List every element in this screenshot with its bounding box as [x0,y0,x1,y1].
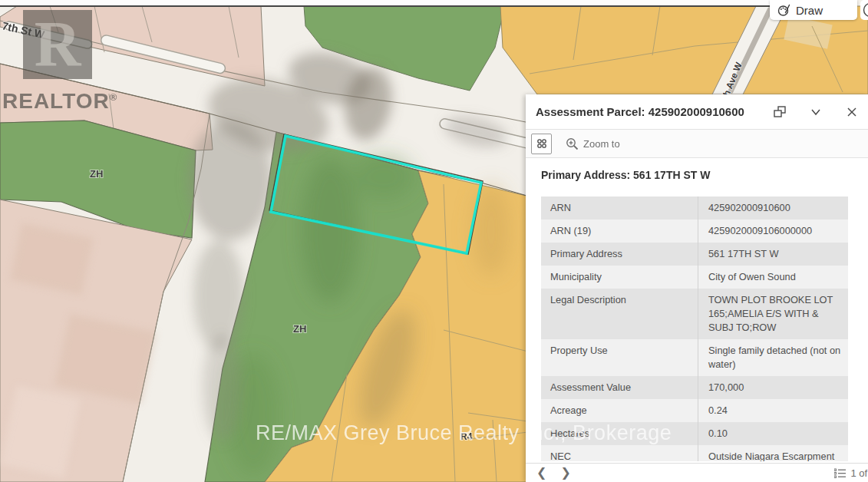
zoom-to-magnifier-icon [566,137,579,150]
zoom-to-label: Zoom to [583,138,620,150]
search-bar-bottom-edge [0,0,771,7]
assessment-parcel-popup: Assessment Parcel: 425902000910600 [526,94,868,482]
circle-icon [860,0,868,20]
row-label: ARN [541,196,698,220]
row-label: Property Use [541,339,698,376]
table-row: Hectares 0.10 [541,422,848,445]
zone-label-zh-central: ZH [293,323,306,335]
zoom-to-button[interactable]: Zoom to [566,137,620,150]
row-value: 561 17TH ST W [698,243,848,266]
popup-title: Assessment Parcel: 425902000910600 [526,105,773,118]
table-row: Municipality City of Owen Sound [541,266,848,289]
row-value: Outside Niagara Escarpment Plan [698,445,848,461]
draw-button-label: Draw [796,4,823,17]
clipped-toolbar-button[interactable] [860,0,868,20]
draw-button[interactable]: Draw [770,0,857,20]
attributes-table: ARN 425902000910600 ARN (19) 42590200091… [541,196,848,461]
zone-label-zh-left: ZH [90,168,103,180]
table-row: Primary Address 561 17TH ST W [541,243,848,266]
next-feature-button[interactable]: ❯ [560,464,570,481]
feature-menu-button[interactable] [531,134,552,154]
popup-footer: ❮ ❯ 1 of 2 [526,463,868,482]
table-row: Legal Description TOWN PLOT BROOKE LOT 1… [541,289,848,339]
row-label: Primary Address [541,243,698,266]
row-label: Hectares [541,422,698,445]
row-value: 0.24 [698,399,848,422]
feature-list-icon[interactable] [834,468,846,478]
popup-actions-row: Zoom to [526,130,868,158]
row-value: 425902000910600 [698,196,848,220]
table-row: ARN (19) 4259020009106000000 [541,220,848,243]
row-value: 0.10 [698,422,848,445]
row-value: 4259020009106000000 [698,220,848,243]
row-value: Single family detached (not on water) [698,339,848,376]
row-label: ARN (19) [541,220,698,243]
table-row: ARN 425902000910600 [541,196,848,220]
row-value: City of Owen Sound [698,266,848,289]
row-label: Municipality [541,266,698,289]
palette-icon [777,3,790,17]
table-row: Property Use Single family detached (not… [541,339,848,376]
close-icon[interactable] [845,105,859,119]
previous-feature-button[interactable]: ❮ [536,464,546,481]
row-label: NEC [541,445,698,461]
row-label: Acreage [541,399,698,422]
app-window: 7th St W ZH ZH R4 th Ave W R REALTOR® RE… [0,0,868,482]
popup-header: Assessment Parcel: 425902000910600 [526,94,868,130]
collapse-chevron-icon[interactable] [809,105,823,119]
row-value: TOWN PLOT BROOKE LOT 165;AMELIA E/S WITH… [698,289,848,339]
row-value: 170,000 [698,376,848,399]
row-label: Assessment Value [541,376,698,399]
feature-pager: 1 of 2 [834,467,868,479]
pager-count-label: 1 of 2 [850,467,868,479]
dock-popup-icon[interactable] [773,105,787,119]
table-row: Acreage 0.24 [541,399,848,422]
primary-address-heading: Primary Address: 561 17TH ST W [541,169,868,181]
table-row: Assessment Value 170,000 [541,376,848,399]
row-label: Legal Description [541,289,698,339]
table-row: NEC Outside Niagara Escarpment Plan [541,445,848,461]
zone-label-r4: R4 [460,431,473,442]
actions-grid-icon [536,137,548,150]
